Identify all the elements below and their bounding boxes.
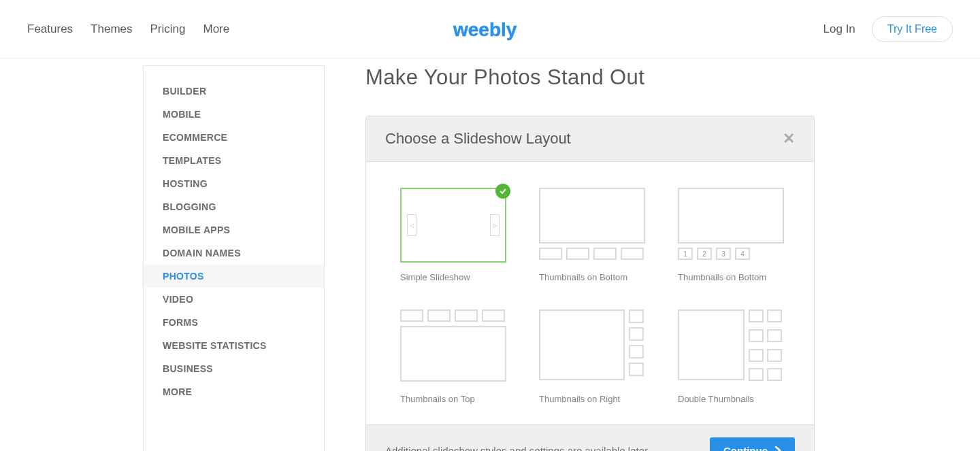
sidebar-item-business[interactable]: BUSINESS <box>144 357 324 380</box>
layout-label: Double Thumbnails <box>678 394 784 404</box>
layout-label: Thumbnails on Bottom <box>539 272 645 282</box>
arrow-right-icon: ▷ <box>490 214 500 236</box>
slideshow-layout-modal: Choose a Slideshow Layout ✕ ◁ ▷ <box>365 116 815 451</box>
layout-label: Simple Slideshow <box>400 272 506 282</box>
layout-thumbs-bottom[interactable]: Thumbnails on Bottom <box>539 188 645 282</box>
chevron-right-icon <box>774 445 781 451</box>
sidebar: BUILDER MOBILE ECOMMERCE TEMPLATES HOSTI… <box>143 65 325 451</box>
sidebar-item-blogging[interactable]: BLOGGING <box>144 195 324 218</box>
continue-button[interactable]: Continue <box>710 437 795 451</box>
sidebar-item-mobileapps[interactable]: MOBILE APPS <box>144 218 324 241</box>
layout-label: Thumbnails on Bottom <box>678 272 784 282</box>
nav-right: Log In Try It Free <box>528 16 953 42</box>
nav-features[interactable]: Features <box>27 22 73 36</box>
sidebar-item-ecommerce[interactable]: ECOMMERCE <box>144 126 324 149</box>
layout-thumbs-bottom-numbered[interactable]: 1 2 3 4 Thumbnails on Bottom <box>678 188 784 282</box>
sidebar-item-mobile[interactable]: MOBILE <box>144 103 324 126</box>
top-header: Features Themes Pricing More weebly Log … <box>0 0 980 59</box>
logo[interactable]: weebly <box>452 16 528 43</box>
arrow-left-icon: ◁ <box>407 214 416 236</box>
layout-simple-slideshow[interactable]: ◁ ▷ Simple Slideshow <box>400 188 506 282</box>
sidebar-item-more[interactable]: MORE <box>144 380 324 403</box>
svg-text:weebly: weebly <box>453 19 517 40</box>
continue-label: Continue <box>723 445 768 451</box>
sidebar-item-builder[interactable]: BUILDER <box>144 80 324 103</box>
sidebar-item-video[interactable]: VIDEO <box>144 288 324 311</box>
sidebar-item-forms[interactable]: FORMS <box>144 311 324 334</box>
sidebar-item-domainnames[interactable]: DOMAIN NAMES <box>144 241 324 265</box>
nav-more[interactable]: More <box>203 22 229 36</box>
try-it-free-button[interactable]: Try It Free <box>872 16 953 42</box>
checkmark-icon <box>495 184 510 199</box>
nav-themes[interactable]: Themes <box>91 22 132 36</box>
close-icon[interactable]: ✕ <box>783 130 795 148</box>
layout-thumbs-top[interactable]: Thumbnails on Top <box>400 310 506 404</box>
login-link[interactable]: Log In <box>823 22 855 36</box>
sidebar-item-photos[interactable]: PHOTOS <box>144 265 324 288</box>
layout-label: Thumbnails on Top <box>400 394 506 404</box>
sidebar-item-templates[interactable]: TEMPLATES <box>144 149 324 172</box>
nav-pricing[interactable]: Pricing <box>150 22 186 36</box>
layout-double-thumbs[interactable]: Double Thumbnails <box>678 310 784 404</box>
footer-info-text: Additional slideshow styles and settings… <box>385 445 650 451</box>
sidebar-item-hosting[interactable]: HOSTING <box>144 172 324 195</box>
layout-label: Thumbnails on Right <box>539 394 645 404</box>
nav-left: Features Themes Pricing More <box>27 22 452 36</box>
page-title: Make Your Photos Stand Out <box>365 65 815 90</box>
modal-title: Choose a Slideshow Layout <box>385 130 571 148</box>
layout-thumbs-right[interactable]: Thumbnails on Right <box>539 310 645 404</box>
sidebar-item-stats[interactable]: WEBSITE STATISTICS <box>144 334 324 357</box>
